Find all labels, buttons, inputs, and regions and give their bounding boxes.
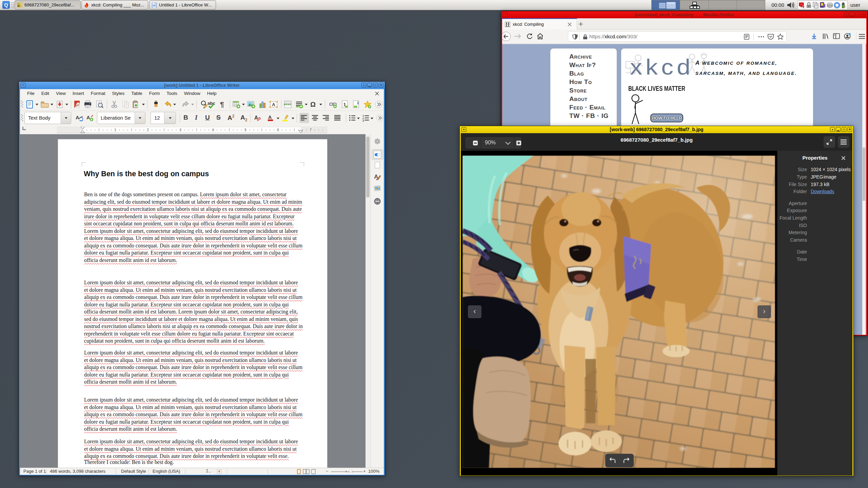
svg-text:2: 2	[147, 128, 149, 132]
svg-text:Q: Q	[4, 2, 8, 8]
svg-text:6: 6	[277, 128, 279, 132]
svg-text:7: 7	[310, 128, 312, 132]
svg-text:1: 1	[114, 128, 116, 132]
svg-text:3: 3	[179, 128, 181, 132]
svg-text:4: 4	[212, 128, 214, 132]
svg-text:5: 5	[244, 128, 246, 132]
